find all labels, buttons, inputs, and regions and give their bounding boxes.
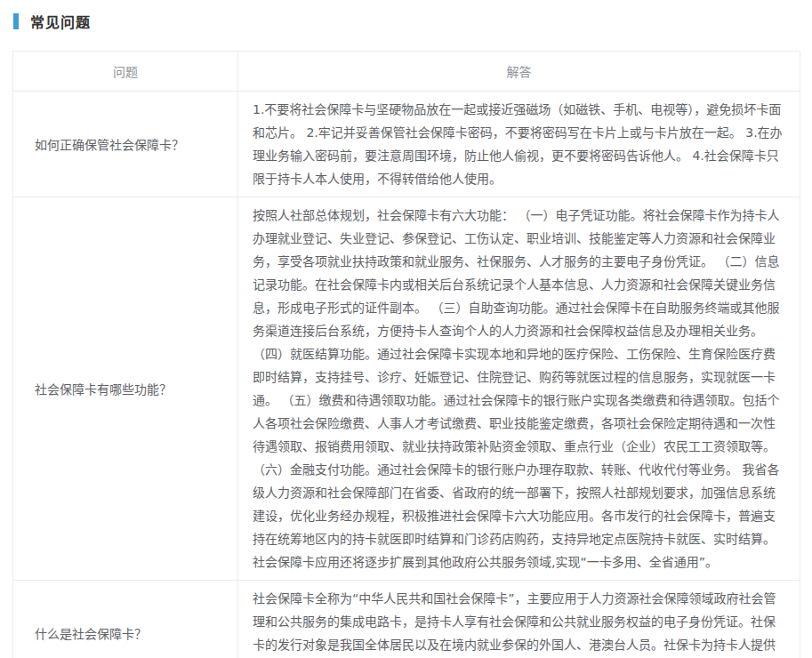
faq-table-header: 问题 解答: [13, 52, 800, 92]
question-column-header: 问题: [13, 52, 238, 92]
faq-table-body: 如何正确保管社会保障卡？ 1.不要将社会保障卡与坚硬物品放在一起或接近强磁场（如…: [13, 92, 800, 658]
faq-row-what-is-card: 什么是社会保障卡？ 社会保障卡全称为“中华人民共和国社会保障卡”，主要应用于人力…: [13, 581, 800, 658]
title-accent-bar: [13, 13, 19, 29]
answer-cell: 按照人社部总体规划，社会保障卡有六大功能： （一）电子凭证功能。将社会保障卡作为…: [238, 197, 800, 581]
faq-row-card-functions: 社会保障卡有哪些功能？ 按照人社部总体规划，社会保障卡有六大功能： （一）电子凭…: [13, 197, 800, 581]
page-title: 常见问题: [30, 11, 91, 32]
section-header: 常见问题: [0, 0, 812, 30]
header-row: 问题 解答: [13, 52, 800, 92]
question-cell: 如何正确保管社会保障卡？: [13, 92, 238, 197]
answer-cell: 社会保障卡全称为“中华人民共和国社会保障卡”，主要应用于人力资源社会保障领域政府…: [238, 581, 800, 658]
faq-row-keep-card: 如何正确保管社会保障卡？ 1.不要将社会保障卡与坚硬物品放在一起或接近强磁场（如…: [13, 92, 800, 197]
question-cell: 什么是社会保障卡？: [13, 581, 238, 658]
faq-table: 问题 解答 如何正确保管社会保障卡？ 1.不要将社会保障卡与坚硬物品放在一起或接…: [12, 51, 800, 658]
question-cell: 社会保障卡有哪些功能？: [13, 197, 238, 581]
answer-column-header: 解答: [238, 52, 800, 92]
answer-cell: 1.不要将社会保障卡与坚硬物品放在一起或接近强磁场（如磁铁、手机、电视等），避免…: [238, 92, 800, 197]
